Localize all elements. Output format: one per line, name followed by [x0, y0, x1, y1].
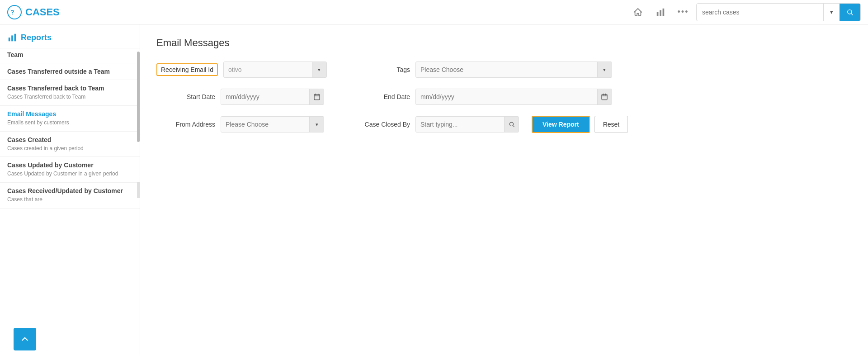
- more-button[interactable]: •••: [674, 3, 693, 22]
- sidebar-item-cases-created-title: Cases Created: [7, 136, 132, 143]
- svg-rect-2: [657, 12, 659, 16]
- sidebar-item-cases-created[interactable]: Cases Created Cases created in a given p…: [0, 132, 140, 157]
- reports-icon: [7, 33, 17, 43]
- top-nav: ? CASES ••• ▾: [0, 0, 868, 24]
- tags-dropdown-icon[interactable]: ▾: [597, 62, 612, 77]
- sidebar-collapse-button[interactable]: ‹: [137, 182, 140, 198]
- chart-button[interactable]: [651, 3, 670, 22]
- start-date-label: Start Date: [156, 93, 215, 100]
- page-title: Email Messages: [156, 37, 852, 49]
- svg-text:?: ?: [10, 9, 14, 16]
- calendar-icon: [313, 93, 321, 100]
- case-closed-by-input[interactable]: [416, 117, 504, 132]
- sidebar-item-email-messages-title: Email Messages: [7, 110, 132, 118]
- chevron-down-icon: ▾: [830, 9, 833, 15]
- receiving-email-control: ▾: [223, 62, 327, 78]
- form-grid: Receiving Email Id ▾ Tags: [156, 62, 563, 133]
- form-row-from-address: From Address ▾: [156, 116, 324, 133]
- sidebar-item-cases-transferred-outside-title: Cases Transferred outside a Team: [7, 68, 132, 75]
- svg-rect-4: [663, 8, 665, 16]
- sidebar-item-cases-updated[interactable]: Cases Updated by Customer Cases Updated …: [0, 157, 140, 183]
- end-date-input[interactable]: [416, 90, 597, 104]
- chevron-down-icon: ▾: [316, 122, 318, 128]
- sidebar-item-team-title: Team: [7, 51, 132, 58]
- search-icon: [846, 9, 854, 16]
- start-date-field[interactable]: [221, 89, 324, 105]
- sidebar-item-cases-updated-title: Cases Updated by Customer: [7, 161, 132, 169]
- logo: ? CASES: [7, 5, 60, 19]
- end-date-control: [415, 89, 612, 105]
- search-input[interactable]: [697, 5, 823, 19]
- svg-rect-3: [660, 10, 661, 16]
- case-closed-by-label: Case Closed By: [351, 121, 410, 128]
- receiving-email-select[interactable]: ▾: [223, 62, 327, 78]
- svg-rect-6: [9, 38, 10, 41]
- tags-input[interactable]: [416, 62, 597, 77]
- sidebar-scrollbar: [137, 52, 140, 142]
- from-address-input[interactable]: [221, 117, 309, 132]
- receiving-email-dropdown-icon[interactable]: ▾: [312, 62, 326, 77]
- from-address-select[interactable]: ▾: [221, 116, 324, 133]
- end-date-calendar-icon[interactable]: [597, 89, 612, 104]
- cases-logo-icon: ?: [7, 5, 22, 19]
- start-date-control: [221, 89, 324, 105]
- sidebar-item-cases-transferred-back[interactable]: Cases Transferred back to Team Cases Tra…: [0, 80, 140, 106]
- chart-icon: [656, 7, 665, 17]
- start-date-input[interactable]: [221, 90, 309, 104]
- sidebar-header-label: Reports: [21, 33, 52, 43]
- sidebar-item-email-messages-desc: Emails sent by customers: [7, 119, 132, 127]
- sidebar-item-email-messages[interactable]: Email Messages Emails sent by customers: [0, 106, 140, 132]
- sidebar-item-cases-received[interactable]: Cases Received/Updated by Customer Cases…: [0, 183, 140, 208]
- form-row-end-date: End Date: [351, 89, 612, 105]
- home-icon: [633, 7, 643, 17]
- home-button[interactable]: [628, 3, 647, 22]
- sidebar-item-team-partial[interactable]: Team: [0, 48, 140, 63]
- sidebar-item-cases-transferred-outside[interactable]: Cases Transferred outside a Team: [0, 63, 140, 80]
- chevron-up-icon: [20, 335, 29, 344]
- form-row-case-closed-by: Case Closed By View Report: [351, 116, 612, 133]
- content-area: Email Messages Receiving Email Id ▾ Tags: [140, 24, 868, 355]
- sidebar-item-cases-created-desc: Cases created in a given period: [7, 145, 132, 152]
- form-row-tags: Tags ▾: [351, 62, 612, 78]
- svg-point-0: [8, 5, 21, 19]
- from-address-label: From Address: [156, 121, 215, 128]
- from-address-control: ▾: [221, 116, 324, 133]
- form-row-receiving-email: Receiving Email Id ▾: [156, 62, 324, 78]
- svg-rect-8: [14, 34, 16, 42]
- case-closed-by-search-icon[interactable]: [504, 117, 519, 132]
- logo-text: CASES: [25, 6, 60, 18]
- receiving-email-input[interactable]: [224, 62, 312, 77]
- calendar-icon: [601, 93, 608, 100]
- case-closed-by-field[interactable]: [415, 116, 519, 133]
- from-address-dropdown-icon[interactable]: ▾: [309, 117, 324, 132]
- search-dropdown-button[interactable]: ▾: [823, 4, 840, 21]
- more-icon: •••: [678, 7, 689, 17]
- start-date-calendar-icon[interactable]: [309, 89, 324, 104]
- chevron-down-icon: ▾: [603, 67, 606, 73]
- case-closed-by-control: [415, 116, 519, 133]
- search-go-button[interactable]: [840, 4, 860, 21]
- tags-select[interactable]: ▾: [415, 62, 612, 78]
- receiving-email-label: Receiving Email Id: [156, 63, 218, 76]
- end-date-label: End Date: [351, 93, 410, 100]
- chevron-down-icon: ▾: [318, 67, 321, 73]
- tags-control: ▾: [415, 62, 612, 78]
- scroll-up-button[interactable]: [14, 328, 36, 350]
- form-row-start-date: Start Date: [156, 89, 324, 105]
- svg-rect-9: [314, 95, 320, 100]
- svg-rect-7: [11, 35, 13, 41]
- sidebar-item-cases-transferred-back-title: Cases Transferred back to Team: [7, 85, 132, 92]
- nav-icons: ••• ▾: [628, 3, 861, 22]
- sidebar-item-cases-transferred-back-desc: Cases Transferred back to Team: [7, 93, 132, 101]
- sidebar-header: Reports: [0, 24, 140, 48]
- sidebar: Reports Team Cases Transferred outside a…: [0, 24, 140, 355]
- reset-button[interactable]: Reset: [594, 116, 628, 133]
- search-wrapper: ▾: [696, 3, 861, 21]
- sidebar-item-cases-received-title: Cases Received/Updated by Customer: [7, 187, 132, 194]
- search-icon: [509, 121, 515, 128]
- sidebar-item-cases-received-desc: Cases that are: [7, 196, 132, 204]
- view-report-button[interactable]: View Report: [532, 116, 590, 133]
- main-layout: Reports Team Cases Transferred outside a…: [0, 24, 868, 355]
- tags-label: Tags: [351, 66, 410, 73]
- end-date-field[interactable]: [415, 89, 612, 105]
